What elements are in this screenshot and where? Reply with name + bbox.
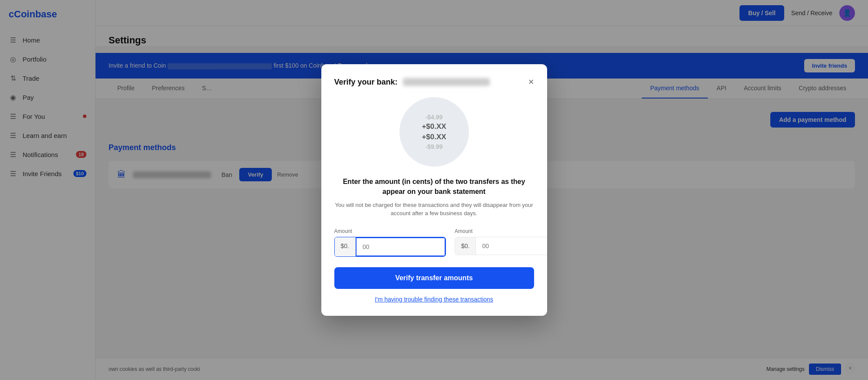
modal-close-button[interactable]: × — [528, 77, 534, 87]
amount-input-row-1: $0. — [334, 237, 446, 257]
modal-title: Verify your bank: — [334, 78, 490, 87]
modal-header: Verify your bank: × — [334, 77, 534, 87]
trouble-link[interactable]: I'm having trouble finding these transac… — [334, 296, 534, 303]
amount-input-row-2: $0. — [455, 237, 547, 255]
transfer-visual: -$4.99 +$0.XX +$0.XX -$9.99 — [334, 97, 534, 167]
amount-group-2: Amount $0. — [455, 228, 547, 257]
amount-label-1: Amount — [334, 228, 446, 234]
transfer-amount-4: -$9.99 — [426, 143, 443, 150]
amount-prefix-1: $0. — [335, 237, 356, 256]
modal-description-sub: You will not be charged for these transa… — [334, 201, 534, 218]
transfer-amount-3: +$0.XX — [422, 133, 446, 141]
modal-title-text: Verify your bank: — [334, 78, 398, 87]
amount-input-1[interactable] — [356, 237, 446, 256]
amount-label-2: Amount — [455, 228, 547, 234]
amounts-row: Amount $0. Amount $0. — [334, 228, 534, 257]
modal-bank-name — [403, 78, 490, 86]
transfer-circle: -$4.99 +$0.XX +$0.XX -$9.99 — [399, 97, 469, 167]
verify-transfer-button[interactable]: Verify transfer amounts — [334, 267, 534, 289]
amount-input-2[interactable] — [476, 237, 547, 255]
transfer-amount-2: +$0.XX — [422, 122, 446, 131]
amount-prefix-2: $0. — [455, 237, 476, 255]
modal-overlay: Verify your bank: × -$4.99 +$0.XX +$0.XX… — [0, 0, 868, 380]
modal-description-main: Enter the amount (in cents) of the two t… — [334, 177, 534, 197]
transfer-amount-1: -$4.99 — [426, 114, 443, 121]
verify-bank-modal: Verify your bank: × -$4.99 +$0.XX +$0.XX… — [321, 64, 547, 316]
amount-group-1: Amount $0. — [334, 228, 446, 257]
